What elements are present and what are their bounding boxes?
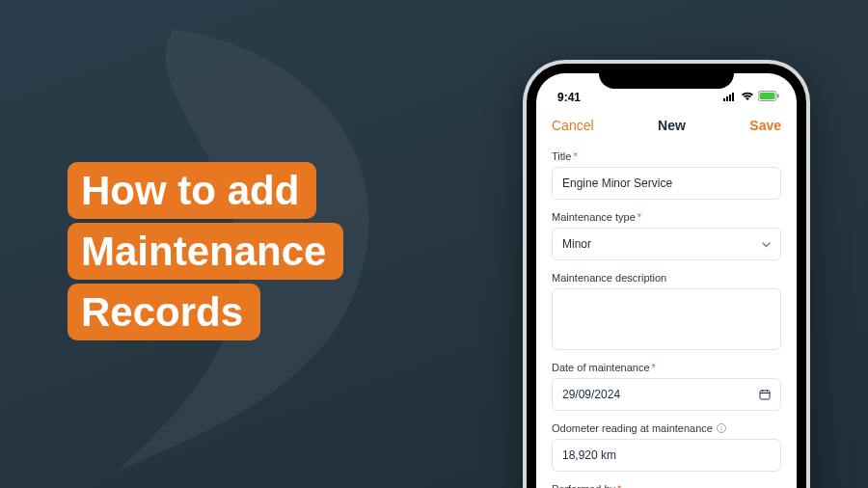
svg-rect-5 bbox=[760, 93, 775, 99]
required-marker: * bbox=[573, 150, 577, 162]
wifi-icon bbox=[741, 91, 754, 104]
maintenance-description-input[interactable] bbox=[552, 288, 781, 350]
status-time: 9:41 bbox=[557, 91, 581, 104]
field-odometer: Odometer reading at maintenance i 18,920… bbox=[552, 422, 781, 472]
title-label: Title bbox=[552, 150, 571, 162]
phone-notch bbox=[599, 64, 734, 89]
save-button[interactable]: Save bbox=[749, 118, 781, 133]
field-performed-by: Performed by * bbox=[552, 483, 781, 488]
phone-mockup: 9:41 Cancel bbox=[523, 60, 810, 488]
calendar-icon bbox=[759, 389, 771, 400]
page-title: New bbox=[658, 118, 686, 133]
required-marker: * bbox=[652, 362, 656, 373]
headline-line-1: How to add bbox=[68, 162, 316, 219]
field-maintenance-type: Maintenance type * Minor bbox=[552, 211, 781, 260]
phone-screen: 9:41 Cancel bbox=[536, 73, 797, 488]
battery-icon bbox=[758, 91, 779, 104]
date-value: 29/09/2024 bbox=[562, 388, 620, 401]
svg-rect-2 bbox=[729, 95, 731, 101]
maintenance-type-value: Minor bbox=[562, 237, 591, 251]
required-marker: * bbox=[637, 211, 641, 223]
field-date-of-maintenance: Date of maintenance * 29/09/2024 bbox=[552, 362, 781, 411]
odometer-label: Odometer reading at maintenance bbox=[552, 422, 713, 434]
info-icon: i bbox=[717, 423, 726, 433]
svg-rect-3 bbox=[732, 93, 734, 101]
required-marker: * bbox=[617, 483, 621, 488]
nav-bar: Cancel New Save bbox=[536, 106, 797, 145]
date-label: Date of maintenance bbox=[552, 362, 650, 373]
svg-rect-6 bbox=[777, 95, 779, 98]
maintenance-type-select[interactable]: Minor bbox=[552, 228, 781, 260]
date-input[interactable]: 29/09/2024 bbox=[552, 378, 781, 411]
headline-line-2: Maintenance bbox=[68, 223, 343, 280]
signal-icon bbox=[723, 91, 737, 104]
performed-by-label: Performed by bbox=[552, 483, 615, 488]
svg-rect-7 bbox=[760, 391, 770, 399]
headline: How to add Maintenance Records bbox=[68, 162, 343, 344]
title-input[interactable]: Engine Minor Service bbox=[552, 167, 781, 200]
maintenance-form: Title * Engine Minor Service Maintenance… bbox=[536, 145, 797, 488]
chevron-down-icon bbox=[762, 239, 771, 250]
maintenance-type-label: Maintenance type bbox=[552, 211, 636, 223]
odometer-value: 18,920 km bbox=[562, 448, 616, 462]
headline-line-3: Records bbox=[68, 284, 260, 340]
field-maintenance-description: Maintenance description bbox=[552, 272, 781, 350]
svg-rect-0 bbox=[723, 98, 725, 101]
field-title: Title * Engine Minor Service bbox=[552, 150, 781, 200]
title-value: Engine Minor Service bbox=[562, 176, 672, 190]
odometer-input[interactable]: 18,920 km bbox=[552, 439, 781, 472]
cancel-button[interactable]: Cancel bbox=[552, 118, 594, 133]
maintenance-description-label: Maintenance description bbox=[552, 272, 666, 284]
svg-rect-1 bbox=[726, 96, 728, 101]
